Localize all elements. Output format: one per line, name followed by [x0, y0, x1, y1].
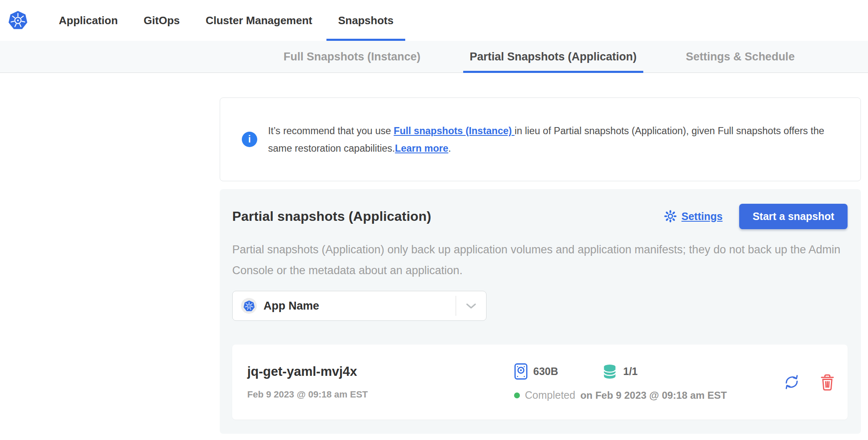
- tab-partial-snapshots-application[interactable]: Partial Snapshots (Application): [463, 41, 644, 72]
- snapshot-metrics: 630B 1/1: [514, 363, 727, 401]
- snapshot-status: Completed on Feb 9 2023 @ 09:18 am EST: [514, 389, 727, 401]
- restore-button[interactable]: [782, 372, 801, 392]
- tab-full-snapshots-instance[interactable]: Full Snapshots (Instance): [277, 41, 427, 72]
- snapshots-page: Application GitOps Cluster Management Sn…: [0, 0, 868, 440]
- callout-text: It’s recommend that you use Full snapsho…: [268, 122, 837, 157]
- settings-link[interactable]: Settings: [663, 209, 723, 223]
- nav-item-gitops[interactable]: GitOps: [144, 0, 180, 41]
- partial-snapshots-panel: Partial snapshots (Application): [220, 189, 861, 434]
- header-actions: Settings Start a snapshot: [663, 204, 848, 229]
- snapshot-metrics-top: 630B 1/1: [514, 363, 727, 380]
- top-nav: Application GitOps Cluster Management Sn…: [0, 0, 868, 41]
- tab-settings-schedule[interactable]: Settings & Schedule: [679, 41, 801, 72]
- trash-icon: [820, 373, 835, 391]
- app-name-select[interactable]: App Name: [232, 291, 487, 321]
- delete-button[interactable]: [820, 373, 835, 391]
- main-content: i It’s recommend that you use Full snaps…: [0, 73, 868, 440]
- settings-link-label: Settings: [682, 210, 723, 222]
- snapshot-size: 630B: [533, 365, 558, 378]
- snapshot-info: jq-get-yaml-mvj4x Feb 9 2023 @ 09:18 am …: [247, 364, 514, 400]
- start-snapshot-button[interactable]: Start a snapshot: [739, 204, 848, 229]
- nav-item-cluster-management[interactable]: Cluster Management: [206, 0, 312, 41]
- chevron-down-icon: [456, 303, 486, 309]
- volumes-icon: [602, 364, 618, 380]
- snapshot-started-date: Feb 9 2023 @ 09:18 am EST: [247, 389, 514, 400]
- snapshot-row: jq-get-yaml-mvj4x Feb 9 2023 @ 09:18 am …: [232, 345, 848, 420]
- gear-icon: [663, 209, 677, 223]
- info-icon: i: [242, 132, 257, 147]
- callout-text-before: It’s recommend that you use: [268, 125, 394, 136]
- status-dot: [514, 392, 520, 398]
- snapshot-size-metric: 630B: [514, 363, 558, 380]
- app-select-value: App Name: [263, 300, 319, 312]
- snapshot-volumes-metric: 1/1: [602, 364, 638, 380]
- learn-more-link[interactable]: Learn more: [395, 143, 448, 154]
- kubernetes-logo-icon: [8, 11, 28, 30]
- main-nav: Application GitOps Cluster Management Sn…: [59, 0, 419, 41]
- nav-item-application[interactable]: Application: [59, 0, 118, 41]
- snapshot-volume-count: 1/1: [623, 365, 638, 378]
- page-title: Partial snapshots (Application): [232, 209, 431, 224]
- kubernetes-icon: [241, 298, 257, 314]
- full-snapshots-instance-link[interactable]: Full snapshots (Instance): [394, 125, 514, 136]
- snapshot-actions: [782, 372, 835, 392]
- info-callout: i It’s recommend that you use Full snaps…: [220, 98, 861, 181]
- restore-icon: [782, 372, 801, 392]
- status-finished-date: on Feb 9 2023 @ 09:18 am EST: [580, 390, 727, 401]
- snapshots-subtab-bar: Full Snapshots (Instance) Partial Snapsh…: [0, 41, 868, 73]
- panel-description: Partial snapshots (Application) only bac…: [232, 239, 845, 281]
- snapshot-name: jq-get-yaml-mvj4x: [247, 364, 514, 379]
- nav-item-snapshots[interactable]: Snapshots: [338, 0, 394, 41]
- callout-text-after: .: [448, 143, 451, 154]
- status-label: Completed: [525, 389, 575, 401]
- disk-icon: [514, 363, 528, 380]
- kubernetes-logo[interactable]: [8, 0, 28, 41]
- panel-header: Partial snapshots (Application): [232, 203, 848, 229]
